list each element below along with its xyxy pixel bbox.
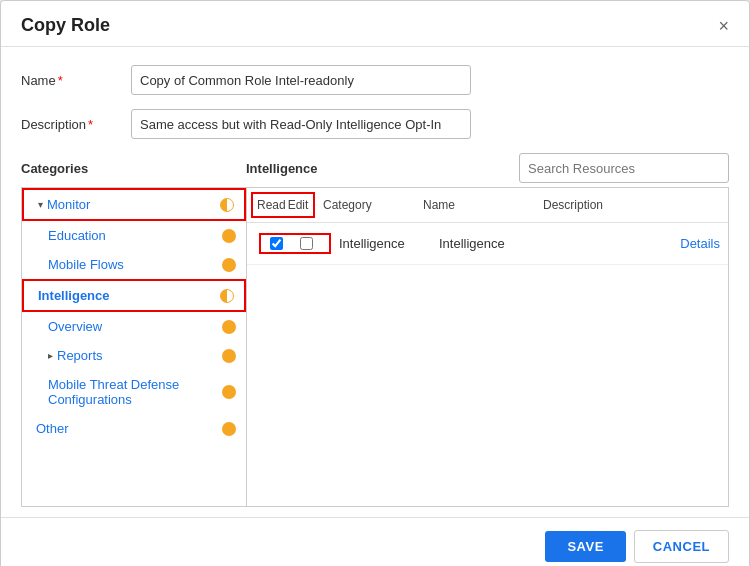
close-button[interactable]: × [718,17,729,35]
category-item-0[interactable]: ▾ Monitor [22,188,246,221]
edit-checkbox-cell-0 [291,235,321,252]
cat-item-label: Education [48,228,222,243]
category-item-6[interactable]: Mobile Threat Defense Configurations [22,370,246,414]
edit-checkbox-0[interactable] [300,237,313,250]
name-col-header: Name [423,198,543,212]
dialog-header: Copy Role × [1,1,749,47]
read-checkbox-cell-0 [261,235,291,252]
row-category-0: Intelligence [339,236,439,251]
right-panel: Read Edit Category Name Description [247,188,728,506]
category-item-1[interactable]: Education [22,221,246,250]
remaining-headers: Category Name Description [323,198,728,212]
category-item-3[interactable]: Intelligence [22,279,246,312]
cat-item-label: Mobile Flows [48,257,222,272]
checkboxes-group-0 [259,233,331,254]
intelligence-panel-label: Intelligence [246,161,318,176]
chevron-icon: ▸ [48,350,53,361]
cat-status-dot [222,422,236,436]
dialog-body: Name* Description* Categories Intelligen… [1,47,749,517]
category-item-2[interactable]: Mobile Flows [22,250,246,279]
save-button[interactable]: SAVE [545,531,625,562]
cat-status-dot [220,198,234,212]
cat-item-label: Overview [48,319,222,334]
read-checkbox-0[interactable] [270,237,283,250]
read-col-header: Read [253,196,283,214]
chevron-icon: ▾ [38,199,43,210]
section-labels-row: Categories Intelligence [21,153,729,183]
description-label: Description* [21,117,131,132]
description-row: Description* [21,109,729,139]
cat-status-dot [220,289,234,303]
categories-label: Categories [21,161,88,176]
resource-row-0: Intelligence Intelligence Details [247,223,728,265]
cat-item-label: Other [36,421,222,436]
cat-item-label: Reports [57,348,222,363]
dialog-footer: SAVE CANCEL [1,517,749,566]
categories-section: Categories Intelligence ▾ Monitor Educat… [21,153,729,507]
categories-panel: ▾ Monitor Education Mobile Flows Intelli… [22,188,247,506]
main-table-area: ▾ Monitor Education Mobile Flows Intelli… [21,187,729,507]
edit-col-header: Edit [283,196,313,214]
copy-role-dialog: Copy Role × Name* Description* Categorie… [0,0,750,566]
row-name-0: Intelligence [439,236,559,251]
cat-status-dot [222,349,236,363]
cat-status-dot [222,229,236,243]
description-col-header: Description [543,198,728,212]
description-input[interactable] [131,109,471,139]
search-resources-input[interactable] [519,153,729,183]
subheader-row: Read Edit Category Name Description [247,188,728,223]
resources-table: Intelligence Intelligence Details [247,223,728,506]
cat-item-label: Monitor [47,197,220,212]
name-label: Name* [21,73,131,88]
dialog-title: Copy Role [21,15,110,36]
category-item-4[interactable]: Overview [22,312,246,341]
read-edit-header-labels: Read Edit [251,192,315,218]
cat-status-dot [222,258,236,272]
name-row: Name* [21,65,729,95]
row-details-link-0[interactable]: Details [660,236,720,251]
cat-item-label: Intelligence [38,288,220,303]
category-col-header: Category [323,198,423,212]
cat-status-dot [222,320,236,334]
category-item-7[interactable]: Other [22,414,246,443]
cat-status-dot [222,385,236,399]
cancel-button[interactable]: CANCEL [634,530,729,563]
category-item-5[interactable]: ▸ Reports [22,341,246,370]
cat-item-label: Mobile Threat Defense Configurations [48,377,222,407]
name-input[interactable] [131,65,471,95]
